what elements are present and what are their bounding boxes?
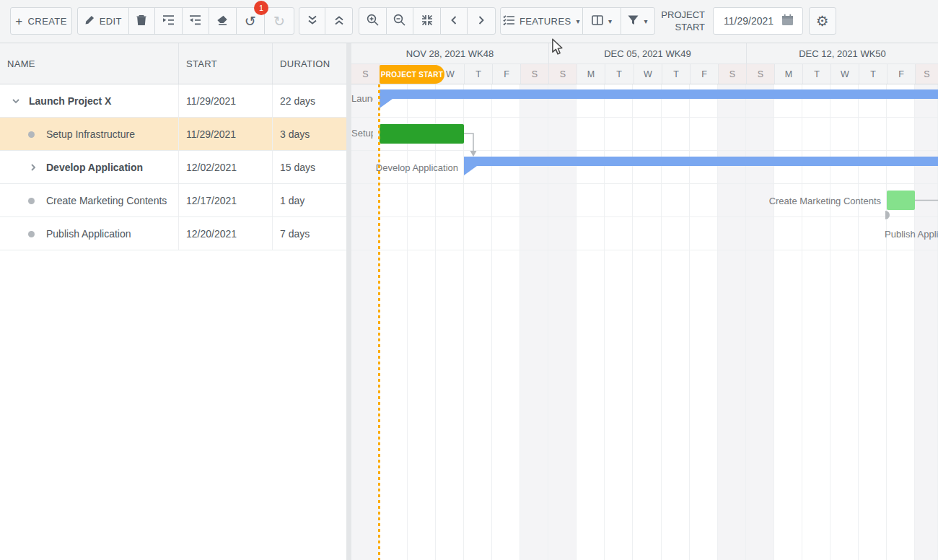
day-header-cell: S (718, 64, 746, 84)
task-duration[interactable]: 3 days (273, 118, 346, 150)
plus-icon: + (15, 15, 22, 27)
indent-icon (162, 15, 175, 27)
zoom-in-icon (367, 14, 379, 28)
column-header-duration[interactable]: DURATION (273, 43, 346, 84)
project-start-date-field[interactable]: 11/29/2021 (713, 7, 803, 35)
task-start[interactable]: 11/29/2021 (179, 118, 273, 150)
column-header-name[interactable]: NAME (0, 43, 179, 84)
create-button-label: CREATE (28, 16, 67, 27)
task-name[interactable]: Publish Application (46, 228, 131, 240)
edit-button-label: EDIT (100, 16, 122, 27)
table-row[interactable]: Setup Infrastructure 11/29/2021 3 days (0, 118, 346, 151)
trash-icon (136, 14, 146, 28)
eraser-icon (216, 15, 228, 27)
redo-button[interactable]: ↻ (265, 8, 294, 34)
day-header-cell: S (351, 64, 380, 84)
toolbar: + CREATE EDIT ↺ ↻ (0, 0, 938, 43)
day-header-cell: T (464, 64, 492, 84)
leaf-bullet-icon (28, 131, 35, 138)
bar-label: Create Marketing Contents (665, 195, 881, 208)
shift-previous-button[interactable] (441, 8, 468, 34)
bar-label: Setup Infrastructure (351, 127, 373, 140)
zoom-out-button[interactable] (387, 8, 414, 34)
week-header-cell: NOV 28, 2021 WK48 (351, 43, 548, 64)
grid-chart-splitter[interactable] (346, 43, 351, 560)
task-start[interactable]: 12/20/2021 (179, 217, 273, 250)
features-menu-button[interactable]: FEATURES ▾ (501, 8, 583, 34)
zoom-in-button[interactable] (359, 8, 387, 34)
task-name[interactable]: Setup Infrastructure (46, 128, 135, 140)
task-name[interactable]: Launch Project X (29, 95, 111, 107)
delete-task-button[interactable] (129, 8, 156, 34)
chevron-down-icon[interactable] (12, 97, 20, 105)
day-header-cell: S (746, 64, 774, 84)
day-header-cell: M (774, 64, 802, 84)
zoom-to-fit-button[interactable] (413, 8, 441, 34)
zoom-out-icon (393, 14, 406, 28)
day-header-row: S M T W T F S S M T W T F S S M T W T F (351, 64, 938, 84)
column-picker-button[interactable]: ▾ (583, 8, 622, 34)
task-start[interactable]: 12/02/2021 (179, 151, 273, 183)
calendar-icon (781, 14, 794, 28)
week-header-cell: DEC 12, 2021 WK50 (746, 43, 938, 64)
features-menu-label: FEATURES (520, 16, 571, 27)
chevron-left-icon (451, 16, 457, 27)
task-bar[interactable] (380, 124, 464, 144)
bar-label: Publish Application (885, 228, 938, 241)
indent-button[interactable] (155, 8, 183, 34)
column-header-start[interactable]: START (179, 43, 273, 84)
shift-next-button[interactable] (468, 8, 495, 34)
table-row[interactable]: Develop Application 12/02/2021 15 days (0, 151, 346, 184)
week-header-cell: DEC 05, 2021 WK49 (548, 43, 746, 64)
task-duration[interactable]: 22 days (273, 84, 346, 117)
task-name[interactable]: Develop Application (46, 162, 143, 173)
compress-icon (421, 14, 433, 28)
day-header-cell: S (520, 64, 548, 84)
undo-count-badge: 1 (254, 1, 268, 15)
eraser-button[interactable] (209, 8, 237, 34)
timeline-panel: NOV 28, 2021 WK48 DEC 05, 2021 WK49 DEC … (351, 43, 938, 560)
task-name[interactable]: Create Marketing Contents (46, 195, 167, 206)
task-start[interactable]: 12/17/2021 (179, 184, 273, 216)
caret-down-icon: ▾ (608, 17, 612, 25)
gantt-chart-body: Launch Project X Setup Infrastructure De… (351, 84, 938, 560)
gear-icon: ⚙ (816, 14, 829, 28)
undo-icon: ↺ (245, 14, 256, 28)
leaf-bullet-icon (28, 198, 35, 204)
day-header-cell: F (887, 64, 915, 84)
edit-button[interactable]: EDIT (78, 8, 129, 34)
outdent-button[interactable] (183, 8, 209, 34)
expand-collapse-group (299, 7, 353, 35)
task-start[interactable]: 11/29/2021 (179, 84, 273, 117)
zoom-group (359, 7, 496, 35)
task-duration[interactable]: 15 days (273, 151, 346, 183)
double-chevron-down-icon (308, 15, 317, 27)
day-header-cell: M (577, 64, 605, 84)
collapse-all-button[interactable] (325, 8, 352, 34)
table-row[interactable]: Launch Project X 11/29/2021 22 days (0, 84, 346, 118)
task-bar[interactable] (887, 191, 915, 210)
project-start-label: PROJECT START (635, 9, 705, 33)
chevron-right-icon (478, 16, 484, 27)
day-header-cell: S (915, 64, 938, 84)
day-header-cell: T (605, 64, 633, 84)
task-duration[interactable]: 7 days (273, 217, 346, 250)
table-row[interactable]: Create Marketing Contents 12/17/2021 1 d… (0, 184, 346, 217)
main-area: NAME START DURATION Launch Project X 11/… (0, 43, 938, 560)
day-header-cell: F (492, 64, 520, 84)
grid-header: NAME START DURATION (0, 43, 346, 84)
create-button[interactable]: + CREATE (10, 7, 72, 35)
redo-icon: ↻ (273, 14, 285, 28)
columns-icon (592, 15, 603, 27)
settings-button[interactable]: ⚙ (809, 7, 836, 35)
expand-all-button[interactable] (299, 8, 325, 34)
project-start-label-line1: PROJECT (635, 9, 705, 21)
outdent-icon (189, 15, 201, 27)
table-row[interactable]: Publish Application 12/20/2021 7 days (0, 217, 346, 250)
chevron-right-icon[interactable] (29, 163, 38, 172)
day-header-cell: S (548, 64, 577, 84)
task-duration[interactable]: 1 day (273, 184, 346, 216)
dependency-lines (351, 84, 938, 560)
project-start-date-value: 11/29/2021 (724, 15, 774, 27)
caret-down-icon: ▾ (577, 17, 580, 25)
